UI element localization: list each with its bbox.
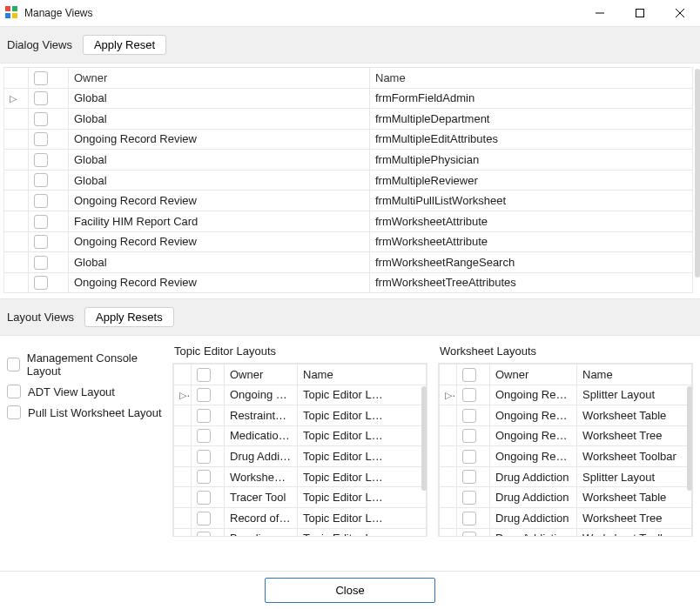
worksheet-header-owner[interactable]: Owner [490,365,577,385]
expand-icon[interactable]: ▷ [179,390,186,401]
table-row[interactable]: Ongoing Record …Worksheet Toolbar [440,446,692,467]
row-checkbox[interactable] [34,256,48,270]
row-checkbox[interactable] [34,215,48,229]
row-checkbox[interactable] [197,409,211,423]
table-row[interactable]: GlobalfrmMultipleDepartment [4,109,693,130]
row-checkbox[interactable] [197,450,211,464]
table-row[interactable]: Tracer ToolTopic Editor L… [174,487,427,508]
worksheet-scrollbar[interactable] [687,386,692,491]
topic-select-all-checkbox[interactable] [197,368,211,382]
topic-editor-scrollbar[interactable] [421,386,427,491]
row-checkbox[interactable] [197,532,211,537]
row-checkbox[interactable] [462,429,476,443]
table-row[interactable]: Worksheet-C…Topic Editor L… [174,466,427,487]
layout-checkbox[interactable] [7,358,20,371]
cell-owner: Global [69,88,370,109]
cell-owner: Ongoing Record … [490,425,577,446]
dialog-views-label: Dialog Views [7,38,72,51]
table-row[interactable]: Facility HIM Report CardfrmWorksheetAttr… [4,211,693,231]
row-checkbox[interactable] [197,388,211,402]
row-checkbox[interactable] [462,491,476,505]
topic-header-owner[interactable]: Owner [225,365,298,385]
cell-name: Worksheet Table [577,405,692,426]
header-name[interactable]: Name [370,68,693,89]
table-row[interactable]: Ongoing Record ReviewfrmMultipleEditAttr… [4,129,693,150]
table-row[interactable]: Drug AddictionSplitter Layout [440,466,692,487]
table-row[interactable]: Drug AddictionWorksheet Toolbar [440,528,692,537]
table-row[interactable]: Ongoing Record ReviewfrmWorksheetAttribu… [4,231,693,252]
table-row[interactable]: Ongoing Record ReviewfrmMultiPullListWor… [4,191,693,211]
table-row[interactable]: Baseline Focu…Topic Editor L… [174,528,427,537]
table-row[interactable]: ▷Ongoing Record …Splitter Layout [440,385,692,405]
row-checkbox[interactable] [462,409,476,423]
header-check[interactable] [29,68,69,89]
select-all-checkbox[interactable] [34,71,48,85]
layout-views-header: Layout Views Apply Resets [0,298,700,336]
row-checkbox[interactable] [34,173,48,187]
table-row[interactable]: GlobalfrmWorksheetRangeSearch [4,252,693,273]
cell-name: frmMultipleEditAttributes [370,129,693,150]
table-row[interactable]: Restraints an…Topic Editor L… [174,405,427,426]
row-checkbox[interactable] [34,132,48,146]
apply-resets-button[interactable]: Apply Resets [84,307,174,327]
table-row[interactable]: GlobalfrmMultipleReviewer [4,170,693,191]
dialog-views-scrollbar[interactable] [695,69,700,278]
row-checkbox[interactable] [34,235,48,249]
layout-check-label: Pull List Worksheet Layout [28,406,162,419]
worksheet-grid[interactable]: Owner Name ▷Ongoing Record …Splitter Lay… [439,364,692,537]
table-row[interactable]: GlobalfrmMultiplePhysician [4,150,693,171]
table-row[interactable]: Ongoing Record …Worksheet Tree [440,425,692,446]
cell-name: frmMultipleReviewer [370,170,693,191]
layout-checkbox[interactable] [7,405,21,419]
row-checkbox[interactable] [34,153,48,167]
row-checkbox[interactable] [34,112,48,126]
expand-icon[interactable]: ▷ [10,93,17,104]
row-checkbox[interactable] [462,532,476,537]
dialog-views-grid[interactable]: Owner Name ▷GlobalfrmFormFieldAdminGloba… [3,67,693,293]
close-button[interactable]: Close [265,578,434,603]
table-row[interactable]: Ongoing Record …Worksheet Table [440,405,692,426]
row-checkbox[interactable] [462,450,476,464]
row-checkbox[interactable] [462,470,476,484]
cell-owner: Drug Addiction [490,487,577,508]
row-checkbox[interactable] [462,388,476,402]
topic-editor-grid[interactable]: Owner Name ▷Ongoing Rec…Topic Editor L…R… [173,364,427,537]
layout-checkbox[interactable] [7,385,21,398]
table-row[interactable]: Record of CareTopic Editor L… [174,507,427,528]
table-row[interactable]: Drug AddictionTopic Editor L… [174,446,427,467]
topic-header-name[interactable]: Name [298,365,427,385]
row-checkbox[interactable] [34,194,48,208]
table-row[interactable]: ▷Ongoing Rec…Topic Editor L… [174,385,427,405]
row-checkbox[interactable] [462,512,476,525]
layout-check-row[interactable]: ADT View Layout [7,385,162,398]
minimize-button[interactable] [580,0,620,26]
maximize-button[interactable] [620,0,660,26]
table-row[interactable]: ▷GlobalfrmFormFieldAdmin [4,88,693,109]
topic-editor-layouts-title: Topic Editor Layouts [174,345,427,358]
header-owner[interactable]: Owner [69,68,370,89]
cell-name: frmMultiPullListWorksheet [370,191,693,211]
table-row[interactable]: Medication M…Topic Editor L… [174,425,427,446]
layout-check-row[interactable]: Pull List Worksheet Layout [7,405,162,419]
row-checkbox[interactable] [34,276,48,290]
row-checkbox[interactable] [197,470,211,484]
layout-views-label: Layout Views [7,311,74,324]
cell-owner: Ongoing Rec… [225,385,298,405]
table-row[interactable]: Drug AddictionWorksheet Tree [440,507,692,528]
close-window-button[interactable] [660,0,700,26]
cell-owner: Worksheet-C… [225,466,298,487]
row-checkbox[interactable] [197,512,211,525]
table-row[interactable]: Drug AddictionWorksheet Table [440,487,692,508]
row-checkbox[interactable] [197,429,211,443]
worksheet-select-all-checkbox[interactable] [462,368,476,382]
row-checkbox[interactable] [197,491,211,505]
layout-check-row[interactable]: Management Console Layout [7,351,162,378]
cell-owner: Ongoing Record … [490,446,577,467]
apply-reset-button[interactable]: Apply Reset [83,35,166,55]
row-checkbox[interactable] [34,91,48,105]
worksheet-header-name[interactable]: Name [577,365,692,385]
cell-owner: Ongoing Record Review [69,231,370,252]
table-row[interactable]: Ongoing Record ReviewfrmWorksheetTreeAtt… [4,272,693,293]
expand-icon[interactable]: ▷ [445,390,452,401]
cell-owner: Drug Addiction [490,466,577,487]
